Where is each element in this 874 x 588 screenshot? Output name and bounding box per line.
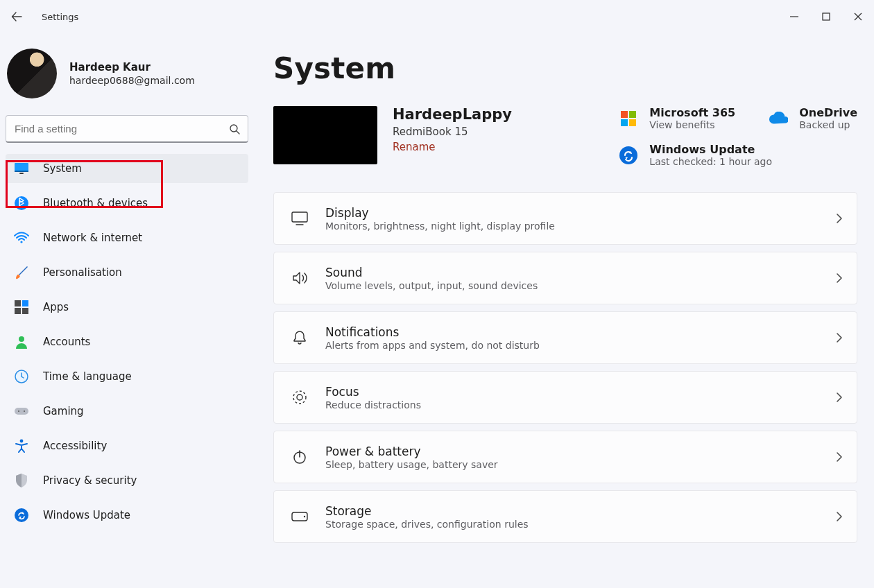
cloud-icon bbox=[769, 109, 788, 128]
sync-icon bbox=[619, 146, 638, 165]
svg-point-25 bbox=[297, 395, 302, 400]
nav-time-language[interactable]: Time & language bbox=[6, 362, 248, 391]
svg-rect-7 bbox=[15, 300, 21, 306]
search-icon bbox=[229, 123, 240, 135]
clock-icon bbox=[14, 369, 29, 384]
tile-sub: Last checked: 1 hour ago bbox=[649, 156, 772, 167]
accessibility-icon bbox=[14, 438, 29, 453]
tile-title: Microsoft 365 bbox=[649, 106, 735, 119]
search-input[interactable] bbox=[6, 115, 248, 143]
card-power[interactable]: Power & battery Sleep, battery usage, ba… bbox=[273, 431, 857, 483]
bell-icon bbox=[291, 329, 309, 347]
bluetooth-icon bbox=[14, 196, 29, 211]
svg-point-22 bbox=[619, 146, 637, 164]
back-button[interactable] bbox=[7, 7, 26, 26]
device-info: HardeepLappy RedmiBook 15 Rename bbox=[393, 106, 512, 164]
card-focus[interactable]: Focus Reduce distractions bbox=[273, 371, 857, 424]
nav-label: Windows Update bbox=[43, 509, 130, 521]
nav-label: System bbox=[43, 162, 82, 175]
nav-label: Privacy & security bbox=[43, 474, 137, 487]
nav-windows-update[interactable]: Windows Update bbox=[6, 501, 248, 530]
nav-accessibility[interactable]: Accessibility bbox=[6, 431, 248, 460]
nav-system[interactable]: System bbox=[6, 154, 248, 183]
svg-point-28 bbox=[304, 516, 305, 517]
maximize-icon bbox=[822, 12, 830, 21]
tile-text: OneDrive Backed up bbox=[799, 106, 857, 130]
svg-point-1 bbox=[230, 125, 237, 132]
window-controls bbox=[778, 4, 874, 29]
svg-rect-3 bbox=[15, 171, 28, 172]
nav-personalisation[interactable]: Personalisation bbox=[6, 258, 248, 287]
tiles-row-1: Microsoft 365 View benefits OneDrive Bac… bbox=[619, 106, 857, 130]
nav-label: Personalisation bbox=[43, 266, 122, 279]
app-title: Settings bbox=[42, 12, 78, 22]
svg-point-5 bbox=[15, 196, 28, 210]
maximize-button[interactable] bbox=[810, 4, 842, 29]
minimize-button[interactable] bbox=[778, 4, 810, 29]
svg-point-14 bbox=[18, 410, 19, 412]
display-icon bbox=[291, 209, 309, 227]
svg-point-16 bbox=[20, 440, 24, 443]
card-sub: Volume levels, output, input, sound devi… bbox=[325, 280, 538, 291]
system-icon bbox=[14, 161, 29, 176]
card-title: Display bbox=[325, 206, 555, 220]
svg-rect-9 bbox=[15, 308, 21, 314]
nav-network[interactable]: Network & internet bbox=[6, 223, 248, 252]
chevron-right-icon bbox=[836, 213, 843, 224]
nav-bluetooth[interactable]: Bluetooth & devices bbox=[6, 189, 248, 218]
nav-label: Gaming bbox=[43, 405, 84, 417]
device-left: HardeepLappy RedmiBook 15 Rename bbox=[273, 106, 512, 164]
svg-rect-23 bbox=[292, 212, 307, 222]
power-icon bbox=[291, 448, 309, 466]
card-text: Sound Volume levels, output, input, soun… bbox=[325, 266, 538, 291]
card-storage[interactable]: Storage Storage space, drives, configura… bbox=[273, 490, 857, 543]
device-name: HardeepLappy bbox=[393, 106, 512, 123]
person-icon bbox=[14, 334, 29, 349]
nav-apps[interactable]: Apps bbox=[6, 293, 248, 322]
nav: System Bluetooth & devices Network & int… bbox=[6, 154, 248, 530]
settings-cards: Display Monitors, brightness, night ligh… bbox=[273, 192, 857, 550]
tiles-row-2: Windows Update Last checked: 1 hour ago bbox=[619, 143, 857, 167]
search-wrap bbox=[6, 115, 248, 143]
svg-rect-18 bbox=[621, 111, 628, 118]
close-icon bbox=[854, 12, 862, 21]
card-sub: Monitors, brightness, night light, displ… bbox=[325, 220, 555, 232]
nav-accounts[interactable]: Accounts bbox=[6, 327, 248, 356]
nav-gaming[interactable]: Gaming bbox=[6, 397, 248, 426]
nav-label: Accounts bbox=[43, 336, 90, 348]
sidebar: Hardeep Kaur hardeep0688@gmail.com Syste… bbox=[0, 33, 248, 588]
titlebar: Settings bbox=[0, 0, 874, 33]
titlebar-left: Settings bbox=[7, 7, 78, 26]
profile-block[interactable]: Hardeep Kaur hardeep0688@gmail.com bbox=[6, 49, 248, 115]
profile-text: Hardeep Kaur hardeep0688@gmail.com bbox=[69, 61, 195, 86]
page-title: System bbox=[273, 51, 857, 85]
nav-privacy[interactable]: Privacy & security bbox=[6, 466, 248, 495]
close-button[interactable] bbox=[842, 4, 874, 29]
tile-m365[interactable]: Microsoft 365 View benefits bbox=[619, 106, 735, 130]
card-text: Notifications Alerts from apps and syste… bbox=[325, 325, 540, 351]
tile-windows-update[interactable]: Windows Update Last checked: 1 hour ago bbox=[619, 143, 772, 167]
rename-link[interactable]: Rename bbox=[393, 141, 512, 153]
avatar bbox=[7, 49, 57, 98]
device-row: HardeepLappy RedmiBook 15 Rename Microso… bbox=[273, 106, 857, 167]
card-text: Storage Storage space, drives, configura… bbox=[325, 504, 529, 530]
device-model: RedmiBook 15 bbox=[393, 126, 512, 138]
profile-name: Hardeep Kaur bbox=[69, 61, 195, 74]
chevron-right-icon bbox=[836, 392, 843, 403]
svg-rect-21 bbox=[629, 119, 636, 126]
chevron-right-icon bbox=[836, 511, 843, 522]
card-text: Display Monitors, brightness, night ligh… bbox=[325, 206, 555, 232]
apps-icon bbox=[14, 300, 29, 315]
card-sub: Alerts from apps and system, do not dist… bbox=[325, 340, 540, 351]
device-image bbox=[273, 106, 377, 164]
gamepad-icon bbox=[14, 404, 29, 419]
tile-text: Windows Update Last checked: 1 hour ago bbox=[649, 143, 772, 167]
svg-rect-10 bbox=[22, 308, 28, 314]
nav-label: Accessibility bbox=[43, 440, 107, 452]
nav-label: Time & language bbox=[43, 370, 132, 383]
card-display[interactable]: Display Monitors, brightness, night ligh… bbox=[273, 192, 857, 245]
card-notifications[interactable]: Notifications Alerts from apps and syste… bbox=[273, 311, 857, 364]
tile-onedrive[interactable]: OneDrive Backed up bbox=[769, 106, 857, 130]
svg-rect-19 bbox=[629, 111, 636, 118]
card-sound[interactable]: Sound Volume levels, output, input, soun… bbox=[273, 252, 857, 304]
